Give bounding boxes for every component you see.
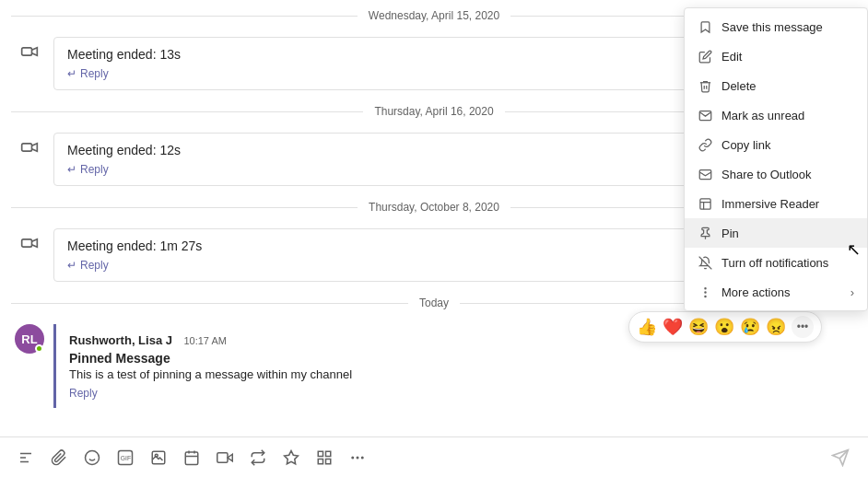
format-icon[interactable] bbox=[15, 447, 37, 469]
context-pin[interactable]: Pin bbox=[685, 218, 867, 248]
pinned-body: This is a test of pinning a message with… bbox=[69, 367, 840, 381]
pin-icon bbox=[698, 226, 712, 240]
date-label-thu1: Thursday, April 16, 2020 bbox=[374, 105, 493, 118]
turn-off-notifications-label: Turn off notifications bbox=[721, 256, 828, 270]
svg-rect-18 bbox=[326, 451, 331, 456]
delete-label: Delete bbox=[721, 79, 757, 93]
context-edit[interactable]: Edit bbox=[685, 41, 867, 71]
mark-unread-icon bbox=[698, 108, 712, 122]
immersive-reader-icon bbox=[698, 196, 712, 211]
svg-point-32 bbox=[704, 287, 705, 288]
svg-point-22 bbox=[357, 457, 358, 459]
video-icon-2 bbox=[15, 133, 44, 162]
bookmark-icon bbox=[698, 19, 712, 34]
svg-rect-19 bbox=[318, 459, 323, 463]
avatar-rushworth: RL bbox=[15, 324, 44, 354]
svg-rect-0 bbox=[22, 48, 32, 55]
svg-point-33 bbox=[704, 291, 705, 292]
svg-point-21 bbox=[352, 457, 354, 459]
copy-link-label: Copy link bbox=[721, 138, 770, 152]
save-message-label: Save this message bbox=[721, 20, 823, 34]
immersive-reader-label: Immersive Reader bbox=[721, 197, 819, 211]
pencil-icon bbox=[698, 49, 712, 64]
date-label-thu2: Thursday, October 8, 2020 bbox=[369, 201, 499, 214]
trash-icon bbox=[698, 78, 712, 93]
svg-rect-2 bbox=[22, 239, 32, 247]
pinned-reply-btn[interactable]: Reply bbox=[69, 387, 98, 400]
video-icon-3 bbox=[15, 228, 44, 258]
more-actions-label: More actions bbox=[721, 285, 790, 299]
bell-off-icon bbox=[698, 255, 712, 270]
context-menu: Save this message Edit Delete Mark as un… bbox=[684, 7, 868, 311]
svg-rect-1 bbox=[22, 144, 32, 151]
emoji-thumbsup[interactable]: 👍 bbox=[637, 317, 657, 337]
svg-marker-16 bbox=[285, 450, 299, 463]
attach-icon[interactable] bbox=[48, 447, 70, 469]
context-copy-link[interactable]: Copy link bbox=[685, 130, 867, 159]
video-call-icon[interactable] bbox=[214, 447, 236, 469]
more-actions-icon bbox=[698, 285, 712, 299]
outlook-icon bbox=[698, 167, 712, 181]
context-delete[interactable]: Delete bbox=[685, 71, 867, 100]
svg-rect-26 bbox=[699, 169, 711, 179]
context-turn-off-notifications[interactable]: Turn off notifications bbox=[685, 248, 867, 277]
svg-marker-14 bbox=[228, 454, 232, 461]
svg-rect-17 bbox=[318, 451, 323, 456]
emoji-more-button[interactable]: ••• bbox=[792, 316, 814, 338]
pinned-title: Pinned Message bbox=[69, 351, 840, 366]
emoji-icon[interactable] bbox=[81, 447, 103, 469]
main-container: Wednesday, April 15, 2020 Meeting ended:… bbox=[0, 0, 868, 477]
context-mark-unread[interactable]: Mark as unread bbox=[685, 100, 867, 130]
mark-unread-label: Mark as unread bbox=[721, 109, 804, 122]
svg-line-31 bbox=[698, 256, 711, 269]
praise-icon[interactable] bbox=[280, 447, 302, 469]
context-save-message[interactable]: Save this message bbox=[685, 12, 867, 41]
svg-point-34 bbox=[704, 296, 705, 297]
svg-text:GIF: GIF bbox=[121, 455, 131, 461]
context-immersive-reader[interactable]: Immersive Reader bbox=[685, 189, 867, 218]
context-more-actions[interactable]: More actions › bbox=[685, 277, 867, 307]
emoji-heart[interactable]: ❤️ bbox=[663, 317, 683, 337]
gif-icon[interactable]: GIF bbox=[114, 447, 136, 469]
emoji-sad[interactable]: 😢 bbox=[740, 317, 760, 337]
edit-label: Edit bbox=[721, 50, 742, 64]
link-icon bbox=[698, 137, 712, 152]
svg-rect-20 bbox=[326, 459, 331, 463]
sticker-icon[interactable] bbox=[147, 447, 170, 469]
emoji-surprised[interactable]: 😮 bbox=[714, 317, 734, 337]
emoji-reaction-bar: 👍 ❤️ 😆 😮 😢 😠 ••• bbox=[628, 311, 822, 343]
share-outlook-label: Share to Outlook bbox=[721, 168, 812, 181]
svg-rect-27 bbox=[699, 198, 710, 208]
send-button[interactable] bbox=[827, 445, 853, 471]
loop-icon[interactable] bbox=[247, 447, 269, 469]
chevron-right-icon: › bbox=[850, 285, 854, 299]
sender-time: 10:17 AM bbox=[183, 335, 226, 346]
svg-rect-15 bbox=[217, 452, 228, 462]
emoji-angry[interactable]: 😠 bbox=[766, 317, 786, 337]
svg-rect-10 bbox=[185, 452, 198, 465]
online-indicator bbox=[35, 344, 43, 353]
emoji-laugh[interactable]: 😆 bbox=[688, 317, 709, 337]
date-label-wed: Wednesday, April 15, 2020 bbox=[369, 9, 499, 22]
more-toolbar-icon[interactable] bbox=[346, 447, 369, 469]
context-share-outlook[interactable]: Share to Outlook bbox=[685, 159, 867, 189]
date-label-today: Today bbox=[419, 297, 449, 309]
video-icon-1 bbox=[15, 37, 44, 66]
apps-icon[interactable] bbox=[313, 447, 335, 469]
svg-point-23 bbox=[362, 457, 364, 459]
pin-label: Pin bbox=[721, 227, 739, 240]
svg-point-3 bbox=[86, 450, 100, 464]
compose-toolbar: GIF bbox=[0, 436, 868, 477]
sender-name: Rushworth, Lisa J bbox=[69, 333, 172, 347]
schedule-icon[interactable] bbox=[181, 447, 203, 469]
